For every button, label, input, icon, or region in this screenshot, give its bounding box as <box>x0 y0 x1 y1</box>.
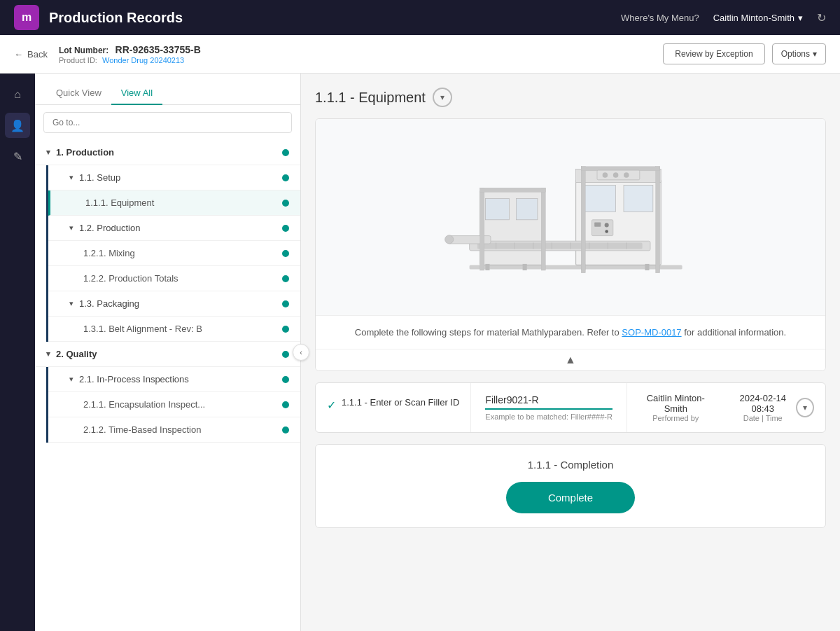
svg-point-15 <box>445 235 454 244</box>
tree-label-belt-alignment: 1.3.1. Belt Alignment - Rev: B <box>83 324 202 334</box>
svg-point-33 <box>624 172 629 178</box>
performed-by-name: Caitlin Minton-Smith <box>638 393 713 414</box>
status-dot <box>282 149 289 156</box>
tree-label-time-inspection: 2.1.2. Time-Based Inspection <box>83 424 201 435</box>
svg-rect-23 <box>516 198 537 219</box>
tree-label-setup: 1.1. Setup <box>79 172 120 183</box>
performed-by-label: Performed by <box>638 414 713 422</box>
entry-field[interactable]: Filler9021-R Example to be matched: Fill… <box>471 383 627 432</box>
svg-rect-19 <box>645 264 649 270</box>
status-dot <box>282 200 289 207</box>
chevron-icon: ▾ <box>69 299 74 308</box>
complete-button[interactable]: Complete <box>506 482 635 513</box>
lot-number-value: RR-92635-33755-B <box>115 44 201 55</box>
meta-info: Caitlin Minton-Smith Performed by 2024-0… <box>638 393 796 422</box>
chevron-icon: ▾ <box>46 349 50 359</box>
tree-item-mixing[interactable]: 1.2.1. Mixing <box>48 241 300 266</box>
refresh-icon[interactable]: ↻ <box>817 11 826 25</box>
svg-rect-22 <box>485 198 509 219</box>
content-area: 1.1.1 - Equipment ▾ <box>301 74 840 631</box>
status-dot <box>282 225 289 232</box>
svg-rect-35 <box>594 223 601 227</box>
equipment-image-card: Complete the following steps for materia… <box>315 118 826 371</box>
field-hint: Example to be matched: Filler####-R <box>485 412 612 421</box>
options-chevron-icon: ▾ <box>813 49 817 59</box>
entry-dropdown-button[interactable]: ▾ <box>796 398 814 417</box>
datetime-block: 2024-02-14 08:43 Date | Time <box>730 393 796 422</box>
field-value: Filler9021-R <box>485 394 612 410</box>
nav-edit-icon[interactable]: ✎ <box>5 144 30 169</box>
collapse-sidebar-button[interactable]: ‹ <box>293 344 309 361</box>
tree-item-production-totals[interactable]: 1.2.2. Production Totals <box>48 266 300 291</box>
nav-home-icon[interactable]: ⌂ <box>5 82 30 107</box>
lot-number-label: Lot Number: RR-92635-33755-B <box>59 46 201 55</box>
entry-check: ✓ 1.1.1 - Enter or Scan Filler ID <box>316 383 471 432</box>
icon-navigation: ⌂ 👤 ✎ <box>0 74 35 631</box>
back-button[interactable]: ← Back <box>14 49 48 60</box>
tree-label-inspections: 2.1. In-Process Inspections <box>79 374 189 384</box>
sub-navigation: ← Back Lot Number: RR-92635-33755-B Prod… <box>0 35 840 74</box>
tree-item-equipment[interactable]: 1.1.1. Equipment <box>48 190 300 216</box>
top-navigation: m Production Records Where's My Menu? Ca… <box>0 0 840 35</box>
svg-rect-27 <box>541 188 545 270</box>
status-dot <box>282 351 289 358</box>
tab-view-all[interactable]: View All <box>111 82 162 105</box>
chevron-icon: ▾ <box>69 375 74 384</box>
sidebar: Quick View View All ▾ 1. Production ▾ 1 <box>35 74 301 631</box>
tree-label-production-totals: 1.2.2. Production Totals <box>83 273 178 284</box>
section-dropdown-button[interactable]: ▾ <box>433 88 452 107</box>
user-menu[interactable]: Caitlin Minton-Smith ▾ <box>713 13 803 23</box>
goto-input[interactable] <box>43 112 292 133</box>
sidebar-tree: ▾ 1. Production ▾ 1.1. Setup <box>35 140 300 631</box>
svg-rect-17 <box>523 264 527 270</box>
where-my-menu-link[interactable]: Where's My Menu? <box>621 13 699 23</box>
entry-row: ✓ 1.1.1 - Enter or Scan Filler ID Filler… <box>316 383 825 432</box>
svg-rect-21 <box>624 185 653 212</box>
svg-point-37 <box>605 230 608 233</box>
check-icon: ✓ <box>327 398 336 412</box>
tree-label-encapsulation: 2.1.1. Encapsulation Inspect... <box>83 399 205 410</box>
tree-item-quality[interactable]: ▾ 2. Quality <box>35 342 300 367</box>
tree-item-production-sub[interactable]: ▾ 1.2. Production <box>48 216 300 241</box>
options-button[interactable]: Options ▾ <box>772 43 826 64</box>
tree-item-inspections[interactable]: ▾ 2.1. In-Process Inspections <box>48 367 300 392</box>
collapse-card-button[interactable]: ▲ <box>316 349 825 370</box>
status-dot <box>282 300 289 307</box>
svg-point-31 <box>603 172 608 178</box>
svg-point-36 <box>605 223 609 227</box>
equipment-description: Complete the following steps for materia… <box>316 315 825 349</box>
product-id-value: Wonder Drug 20240213 <box>102 56 184 64</box>
tab-quick-view[interactable]: Quick View <box>46 82 111 105</box>
product-id: Product ID: Wonder Drug 20240213 <box>59 56 201 64</box>
lot-info: Lot Number: RR-92635-33755-B Product ID:… <box>59 43 201 64</box>
sidebar-tabs: Quick View View All <box>35 74 300 105</box>
datetime-label: Date | Time <box>730 414 796 422</box>
sop-link[interactable]: SOP-MD-0017 <box>622 327 681 338</box>
performed-by-block: Caitlin Minton-Smith Performed by <box>638 393 713 422</box>
datetime-value: 2024-02-14 08:43 <box>730 393 796 414</box>
review-by-exception-button[interactable]: Review by Exception <box>663 43 764 64</box>
status-dot <box>282 427 289 434</box>
chevron-icon: ▾ <box>69 223 74 233</box>
section-title: 1.1.1 - Equipment <box>315 90 426 106</box>
tree-item-packaging[interactable]: ▾ 1.3. Packaging <box>48 291 300 317</box>
tree-item-encapsulation[interactable]: 2.1.1. Encapsulation Inspect... <box>48 392 300 417</box>
svg-rect-29 <box>480 188 545 192</box>
svg-rect-25 <box>656 167 660 273</box>
status-dot <box>282 376 289 383</box>
status-dot <box>282 326 289 333</box>
svg-rect-26 <box>480 188 484 270</box>
tree-item-belt-alignment[interactable]: 1.3.1. Belt Alignment - Rev: B <box>48 317 300 342</box>
tree-label-quality: 2. Quality <box>56 349 97 359</box>
chevron-icon: ▾ <box>46 148 50 157</box>
tree-label-equipment: 1.1.1. Equipment <box>85 197 154 208</box>
back-arrow-icon: ← <box>14 49 23 60</box>
user-menu-chevron: ▾ <box>798 13 803 23</box>
entry-meta: Caitlin Minton-Smith Performed by 2024-0… <box>627 383 825 432</box>
tree-item-time-inspection[interactable]: 2.1.2. Time-Based Inspection <box>48 417 300 443</box>
nav-user-icon[interactable]: 👤 <box>5 113 30 138</box>
tree-item-setup[interactable]: ▾ 1.1. Setup <box>48 165 300 190</box>
tree-item-production[interactable]: ▾ 1. Production <box>35 140 300 165</box>
status-dot <box>282 174 289 181</box>
equipment-illustration <box>438 133 704 301</box>
